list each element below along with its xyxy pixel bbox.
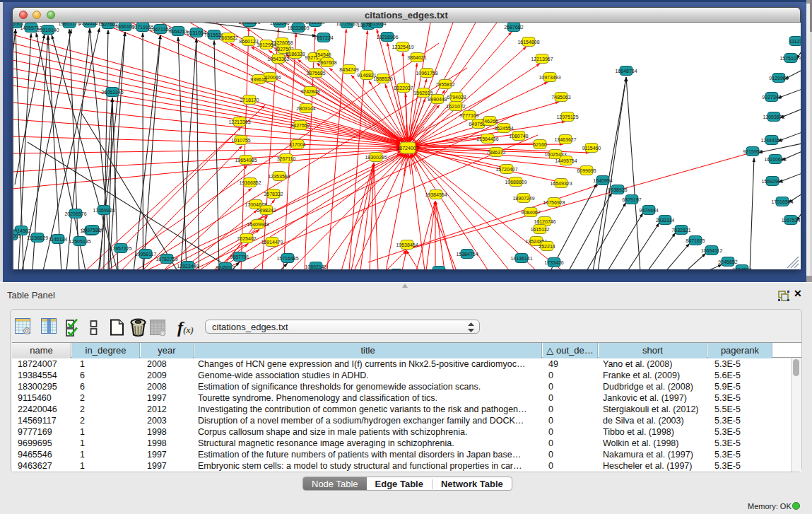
svg-text:10975887: 10975887 [81, 228, 103, 233]
svg-text:7632821: 7632821 [671, 228, 690, 233]
svg-text:7485063: 7485063 [551, 95, 570, 100]
svg-text:x: x [161, 330, 164, 337]
svg-text:17016504: 17016504 [771, 199, 793, 204]
svg-text:16648784: 16648784 [615, 69, 637, 74]
svg-text:6879197: 6879197 [622, 197, 641, 202]
svg-text:1615112: 1615112 [531, 227, 550, 232]
svg-text:6466160: 6466160 [305, 23, 324, 25]
svg-text:17957225: 17957225 [110, 246, 131, 251]
svg-text:3267110: 3267110 [277, 156, 296, 161]
svg-text:1640954: 1640954 [593, 178, 612, 183]
svg-text:16033809: 16033809 [287, 25, 309, 30]
svg-text:8938928: 8938928 [608, 187, 627, 192]
svg-text:18907249: 18907249 [512, 196, 534, 201]
svg-text:2803144: 2803144 [296, 106, 315, 111]
svg-text:15751074: 15751074 [779, 56, 801, 61]
svg-text:8186328: 8186328 [286, 52, 305, 57]
svg-text:18300295: 18300295 [365, 155, 387, 160]
svg-text:11123: 11123 [789, 39, 801, 44]
svg-text:939615: 939615 [250, 77, 266, 82]
svg-text:1562615: 1562615 [413, 90, 433, 95]
svg-text:117004: 117004 [290, 142, 306, 147]
svg-text:2967608: 2967608 [317, 60, 336, 65]
svg-text:12975125: 12975125 [556, 115, 578, 119]
svg-text:10653267: 10653267 [78, 23, 100, 25]
svg-text:9084067: 9084067 [521, 210, 540, 215]
svg-text:2933114: 2933114 [656, 218, 675, 223]
svg-text:7857224: 7857224 [314, 35, 333, 40]
svg-text:9464504: 9464504 [732, 267, 751, 270]
svg-text:7386372: 7386372 [486, 150, 505, 155]
svg-text:9474444: 9474444 [639, 208, 658, 213]
svg-text:8660123: 8660123 [239, 39, 258, 44]
svg-text:9245652: 9245652 [718, 259, 737, 264]
svg-text:9215958: 9215958 [743, 149, 762, 154]
svg-text:252214: 252214 [539, 244, 555, 249]
svg-text:12505135: 12505135 [69, 239, 90, 244]
svg-text:10892145: 10892145 [305, 264, 326, 269]
svg-text:16782759: 16782759 [155, 257, 177, 262]
svg-text:14495754: 14495754 [555, 158, 577, 163]
svg-text:15720407: 15720407 [495, 167, 517, 172]
svg-text:8824503: 8824503 [429, 269, 448, 270]
svg-text:20206576: 20206576 [64, 211, 86, 216]
svg-text:8813054: 8813054 [367, 23, 386, 26]
svg-text:154546: 154546 [314, 52, 331, 57]
svg-text:1588520: 1588520 [373, 76, 392, 81]
svg-text:3875685: 3875685 [306, 71, 325, 76]
svg-text:9129966: 9129966 [769, 76, 788, 81]
svg-text:15384754: 15384754 [456, 252, 478, 257]
svg-text:16914479: 16914479 [261, 240, 283, 245]
svg-text:18724007: 18724007 [396, 146, 418, 151]
svg-text:19384554: 19384554 [425, 192, 447, 197]
svg-text:62160: 62160 [533, 142, 547, 147]
svg-text:10719155: 10719155 [336, 23, 358, 26]
svg-text:7663822: 7663822 [218, 35, 237, 40]
svg-text:12093872: 12093872 [763, 115, 784, 119]
svg-text:16154808: 16154808 [517, 40, 539, 45]
svg-text:14136141: 14136141 [510, 256, 532, 261]
svg-text:15716485: 15716485 [276, 256, 298, 261]
svg-text:9227342: 9227342 [762, 95, 781, 100]
svg-text:9464213: 9464213 [168, 29, 187, 34]
svg-text:7625402: 7625402 [237, 236, 256, 241]
svg-text:10756928: 10756928 [543, 200, 565, 205]
svg-text:2033646: 2033646 [270, 23, 289, 25]
svg-text:10973493: 10973493 [539, 75, 560, 80]
svg-text:26053346: 26053346 [101, 90, 123, 95]
svg-text:19853176: 19853176 [58, 23, 80, 26]
svg-text:3624554: 3624554 [494, 126, 513, 131]
svg-text:1621072: 1621072 [446, 104, 465, 109]
svg-text:10958117: 10958117 [135, 252, 157, 257]
svg-text:21065326: 21065326 [238, 23, 260, 25]
svg-text:8322037: 8322037 [394, 86, 413, 90]
svg-text:3578332: 3578332 [264, 192, 283, 197]
svg-text:2718170: 2718170 [240, 98, 259, 103]
svg-text:9115460: 9115460 [582, 146, 601, 151]
svg-text:12325419: 12325419 [392, 45, 413, 49]
svg-text:19166852: 19166852 [239, 180, 261, 185]
svg-text:12213967: 12213967 [531, 57, 553, 62]
svg-text:6794028: 6794028 [447, 95, 466, 100]
svg-text:12444159: 12444159 [760, 138, 782, 143]
svg-text:10654112: 10654112 [701, 248, 723, 253]
svg-text:21564436: 21564436 [476, 136, 498, 141]
svg-text:12923448: 12923448 [177, 264, 199, 269]
svg-text:20919140: 20919140 [37, 28, 59, 33]
svg-text:5498242: 5498242 [257, 208, 276, 213]
svg-text:17359928: 17359928 [93, 208, 114, 213]
svg-text:8131054: 8131054 [187, 30, 206, 35]
svg-text:15692991: 15692991 [761, 179, 783, 184]
svg-text:16549323: 16549323 [550, 181, 572, 186]
svg-text:11156829: 11156829 [27, 235, 48, 240]
svg-text:746266: 746266 [481, 119, 498, 124]
svg-text:1167534: 1167534 [782, 218, 801, 223]
svg-text:10543362: 10543362 [267, 57, 289, 62]
svg-text:9777169: 9777169 [459, 113, 478, 118]
svg-text:2687682: 2687682 [504, 25, 523, 30]
svg-text:8427552: 8427552 [290, 123, 310, 128]
svg-text:8454749: 8454749 [339, 67, 358, 72]
svg-text:15409948: 15409948 [247, 222, 269, 227]
svg-text:13463627: 13463627 [554, 137, 576, 142]
svg-text:16210643: 16210643 [764, 157, 786, 162]
